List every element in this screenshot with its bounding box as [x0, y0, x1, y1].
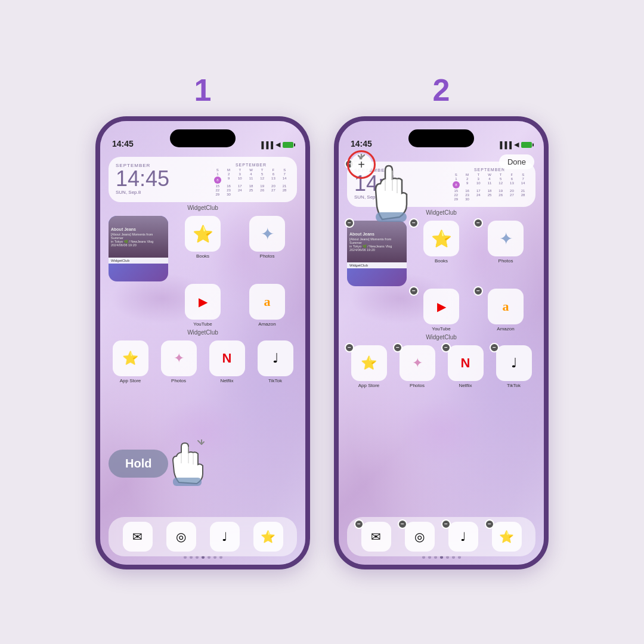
phone1-youtube-name: YouTube	[193, 321, 212, 327]
phone1-row2: ▶ YouTube a Amazon	[109, 284, 297, 327]
phone1-dock-star[interactable]: ⭐	[249, 522, 287, 552]
phone2-photo-widget: About Jeans [About Jeans] Moments from S…	[347, 221, 407, 286]
phone1-dock-music[interactable]: ♩	[205, 522, 244, 552]
phone2-dock-mail[interactable]: − ✉	[357, 522, 395, 552]
phone1-tiktok-icon: ♩	[258, 340, 293, 376]
phone2-tiktok-app[interactable]: − ♩ TikTok	[492, 345, 535, 388]
phone2-dock-safari[interactable]: − ◎	[400, 522, 439, 552]
phone2-row2: − ▶ YouTube − a Amazon	[347, 289, 535, 332]
phone1-tiktok-app[interactable]: ♩ TikTok	[253, 340, 297, 383]
phone2-amazon-minus[interactable]: −	[473, 286, 483, 296]
wifi-icon: ◀	[275, 141, 280, 148]
phone2-photos-app[interactable]: − ✦ Photos	[476, 221, 535, 286]
phone1-status-icons: ▐▐▐ ◀	[259, 141, 293, 148]
phone1-youtube-icon: ▶	[185, 284, 221, 320]
phone1-books-app[interactable]: ⭐ Books	[173, 216, 233, 281]
phone2-dock-star-minus[interactable]: −	[485, 519, 494, 529]
phone2-dock-music-minus[interactable]: −	[441, 519, 451, 529]
phone2-dock-star-icon: ⭐	[492, 522, 522, 552]
phone2-widgetclub-label2: WidgetClub	[347, 334, 535, 340]
battery-icon2	[521, 142, 532, 148]
phone1-clock: SEPTEMBER 14:45 SUN, Sep.8	[116, 163, 208, 196]
phone2-spacer	[347, 289, 407, 332]
phone2-status-bar: 14:45 ▐▐▐ ◀	[339, 121, 544, 152]
phone2-tiktok-icon: ♩	[496, 345, 532, 381]
step1-container: 1 14:45 ▐▐▐ ◀ SEPTEMBER 14:45 SUN, Sep.8	[95, 75, 310, 569]
phone1-youtube-app[interactable]: ▶ YouTube	[173, 284, 233, 327]
phone1-clock-widget: SEPTEMBER 14:45 SUN, Sep.8 SEPTEMBER SMT…	[109, 157, 297, 202]
phone2-appstore-app[interactable]: − ⭐ App Store	[347, 345, 391, 388]
netflix-icon2: N	[461, 355, 470, 371]
phone1-photos-icon: ✦	[249, 216, 285, 252]
phone2-dock-safari-minus[interactable]: −	[398, 519, 407, 529]
phone1-cal-month: SEPTEMBER	[212, 163, 290, 167]
phone1-photo-widget: About Jeans [About Jeans] Moments from S…	[109, 216, 168, 281]
phone1-dock: ✉ ◎ ♩ ⭐	[109, 517, 297, 556]
phone2-appstore-minus[interactable]: −	[345, 343, 354, 352]
amazon-icon2: a	[503, 299, 509, 314]
phone2-books-icon: ⭐	[423, 221, 459, 256]
books-star-icon: ⭐	[193, 224, 213, 244]
photo-caption2: [About Jeans] Moments from Summerin Toky…	[349, 237, 404, 252]
phone2-netflix-icon: N	[448, 345, 484, 381]
phone2-cal-grid: SMTWTFS 1234567 891011121314 15161718192…	[451, 173, 528, 201]
photo-widget-label: WidgetClub	[109, 258, 168, 264]
phone1-books-name: Books	[196, 253, 209, 259]
svg-rect-6	[173, 478, 202, 486]
photo-caption: [About Jeans] Moments from Summerin Toky…	[111, 233, 166, 247]
appstore-star-icon: ⭐	[122, 351, 138, 366]
phone2-photos-minus[interactable]: −	[473, 218, 483, 228]
phone2-youtube-name: YouTube	[432, 326, 450, 332]
phone2-books-name: Books	[435, 258, 448, 264]
phone2-dock-music-icon: ♩	[448, 522, 478, 552]
phone2-photos-name: Photos	[499, 258, 513, 264]
phone1-photos2-icon: ✦	[161, 340, 197, 376]
phone1: 14:45 ▐▐▐ ◀ SEPTEMBER 14:45 SUN, Sep.8 S…	[95, 116, 310, 569]
phone1-status-bar: 14:45 ▐▐▐ ◀	[100, 121, 305, 152]
phone2-youtube-icon: ▶	[423, 289, 459, 324]
phone1-amazon-name: Amazon	[258, 321, 275, 327]
phone1-photos2-app[interactable]: ✦ Photos	[157, 340, 200, 383]
phone2-dock-star[interactable]: − ⭐	[487, 522, 526, 552]
phone2-youtube-minus[interactable]: −	[409, 286, 419, 296]
netflix-icon: N	[222, 351, 232, 366]
phone2-photos2-name: Photos	[410, 383, 425, 388]
phone2-netflix-minus[interactable]: −	[441, 343, 451, 352]
phone2-photos-icon: ✦	[488, 221, 524, 256]
phone2-netflix-name: Netflix	[459, 383, 472, 388]
phone2-youtube-app[interactable]: − ▶ YouTube	[411, 289, 471, 332]
phone2-dock-safari-icon: ◎	[405, 522, 435, 552]
phone2-widget-row: − About Jeans [About Jeans] Moments from…	[347, 221, 535, 286]
phone2-tiktok-name: TikTok	[507, 383, 521, 388]
phone1-photos-name: Photos	[260, 253, 275, 259]
phone2-photos2-minus[interactable]: −	[393, 343, 402, 352]
phone2-amazon-app[interactable]: − a Amazon	[476, 289, 535, 332]
phone2-dock-mail-minus[interactable]: −	[354, 519, 364, 529]
phone1-tiktok-name: TikTok	[268, 378, 282, 383]
amazon-icon: a	[264, 294, 271, 309]
phone1-dock-safari[interactable]: ◎	[162, 522, 200, 552]
phone1-widgetclub-label1: WidgetClub	[109, 205, 297, 211]
phone2-books-app[interactable]: − ⭐ Books	[411, 221, 471, 286]
phone1-dock-mail[interactable]: ✉	[118, 522, 157, 552]
phone1-appstore-app[interactable]: ⭐ App Store	[109, 340, 152, 383]
phone2-dock-music[interactable]: − ♩	[444, 522, 482, 552]
photo-title2: About Jeans	[349, 232, 404, 236]
photos2-star-icon2: ✦	[412, 355, 423, 371]
phone1-hold-button[interactable]: Hold	[109, 450, 168, 478]
phone1-appstore-icon: ⭐	[113, 340, 148, 376]
svg-rect-13	[376, 212, 407, 222]
phone2-netflix-app[interactable]: − N Netflix	[444, 345, 487, 388]
wifi-icon2: ◀	[514, 141, 519, 148]
phone2-calendar: SEPTEMBER SMTWTFS 1234567 891011121314 1…	[451, 168, 528, 201]
phone2-photo-minus[interactable]: −	[345, 218, 354, 228]
phone1-amazon-app[interactable]: a Amazon	[237, 284, 297, 327]
phone2-done-button[interactable]: Done	[499, 154, 534, 169]
phone2-amazon-icon: a	[488, 289, 524, 324]
phone2-photos2-app[interactable]: − ✦ Photos	[395, 345, 439, 388]
mail-icon2: ✉	[371, 530, 381, 544]
phone1-netflix-app[interactable]: N Netflix	[205, 340, 249, 383]
phone2-tiktok-minus[interactable]: −	[490, 343, 499, 352]
phone1-photos-app[interactable]: ✦ Photos	[237, 216, 297, 281]
safari-icon: ◎	[176, 530, 186, 544]
